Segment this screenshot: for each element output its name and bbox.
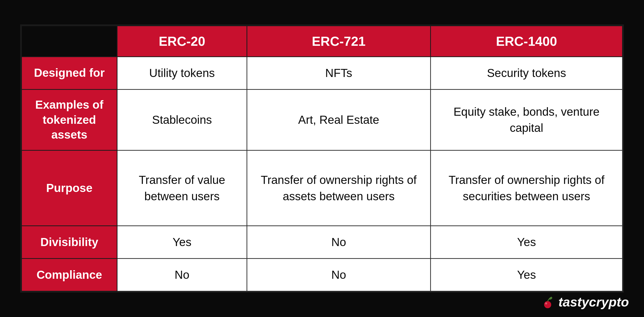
branding: tastycrypto (541, 294, 629, 309)
cell-purpose-erc1400: Transfer of ownership rights of securiti… (430, 150, 622, 226)
cell-examples-erc20: Stablecoins (117, 89, 247, 150)
table-row-divisibility: Divisibility Yes No Yes (22, 226, 623, 259)
cell-divisibility-erc20: Yes (117, 226, 247, 259)
brand-name: tastycrypto (558, 294, 629, 309)
cell-purpose-erc721: Transfer of ownership rights of assets b… (247, 150, 430, 226)
svg-point-1 (544, 301, 551, 308)
table-row-examples: Examples of tokenized assets Stablecoins… (22, 89, 623, 150)
header-erc20: ERC-20 (117, 26, 247, 57)
brand-logo-icon (541, 295, 555, 309)
table-row-compliance: Compliance No No Yes (22, 259, 623, 291)
cell-examples-erc1400: Equity stake, bonds, venture capital (430, 89, 622, 150)
cell-purpose-erc20: Transfer of value between users (117, 150, 247, 226)
comparison-table-container: ERC-20 ERC-721 ERC-1400 Designed for (20, 24, 624, 293)
label-purpose: Purpose (22, 150, 117, 226)
cell-divisibility-erc721: No (247, 226, 430, 259)
cell-designed-erc20: Utility tokens (117, 57, 247, 89)
cell-divisibility-erc1400: Yes (430, 226, 622, 259)
label-designed: Designed for (22, 57, 117, 89)
empty-header-cell (22, 26, 117, 57)
table-row-purpose: Purpose Transfer of value between users … (22, 150, 623, 226)
label-compliance: Compliance (22, 259, 117, 291)
cell-compliance-erc721: No (247, 259, 430, 291)
header-erc1400: ERC-1400 (430, 26, 622, 57)
header-erc721: ERC-721 (247, 26, 430, 57)
cell-designed-erc1400: Security tokens (430, 57, 622, 89)
cell-designed-erc721: NFTs (247, 57, 430, 89)
label-examples: Examples of tokenized assets (22, 89, 117, 150)
cell-compliance-erc1400: Yes (430, 259, 622, 291)
comparison-table: ERC-20 ERC-721 ERC-1400 Designed for (21, 25, 623, 292)
cell-examples-erc721: Art, Real Estate (247, 89, 430, 150)
table-row-designed: Designed for Utility tokens NFTs Securit… (22, 57, 623, 89)
page-wrapper: ERC-20 ERC-721 ERC-1400 Designed for (0, 0, 644, 317)
header-row: ERC-20 ERC-721 ERC-1400 (22, 26, 623, 57)
cell-compliance-erc20: No (117, 259, 247, 291)
svg-point-3 (545, 302, 547, 304)
label-divisibility: Divisibility (22, 226, 117, 259)
